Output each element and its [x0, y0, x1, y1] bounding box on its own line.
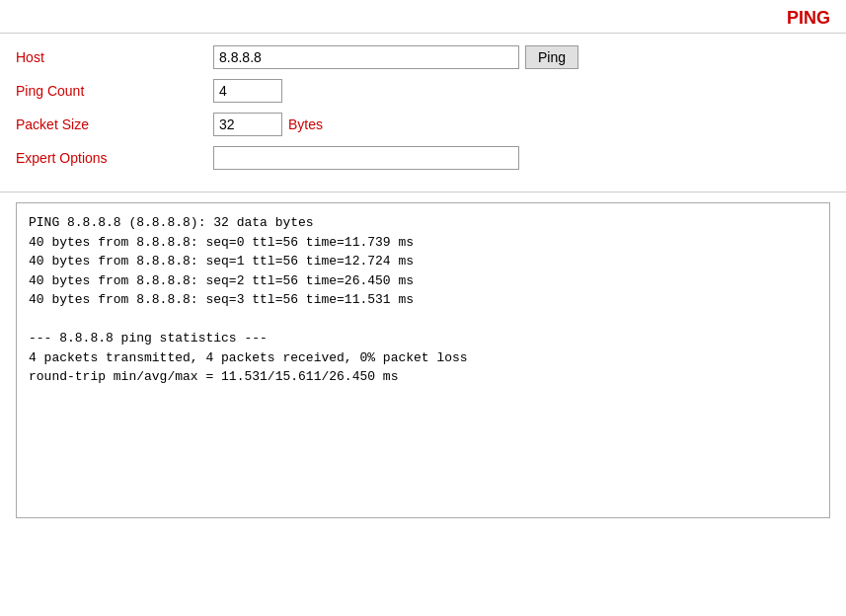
expert-options-row: Expert Options: [16, 146, 830, 170]
expert-options-label: Expert Options: [16, 150, 213, 166]
host-label: Host: [16, 49, 213, 65]
packet-size-label: Packet Size: [16, 116, 213, 132]
ping-button[interactable]: Ping: [525, 45, 578, 69]
ping-output: PING 8.8.8.8 (8.8.8.8): 32 data bytes 40…: [16, 202, 830, 518]
packet-size-input[interactable]: [213, 113, 282, 136]
host-input[interactable]: [213, 45, 519, 69]
host-row: Host Ping: [16, 45, 830, 69]
ping-count-input[interactable]: [213, 79, 282, 103]
form-section: Host Ping Ping Count Packet Size Bytes E…: [0, 34, 846, 192]
bytes-label: Bytes: [288, 116, 323, 132]
expert-options-input[interactable]: [213, 146, 519, 170]
ping-count-row: Ping Count: [16, 79, 830, 103]
ping-count-label: Ping Count: [16, 83, 213, 99]
page-title: PING: [0, 0, 846, 34]
packet-size-row: Packet Size Bytes: [16, 113, 830, 136]
